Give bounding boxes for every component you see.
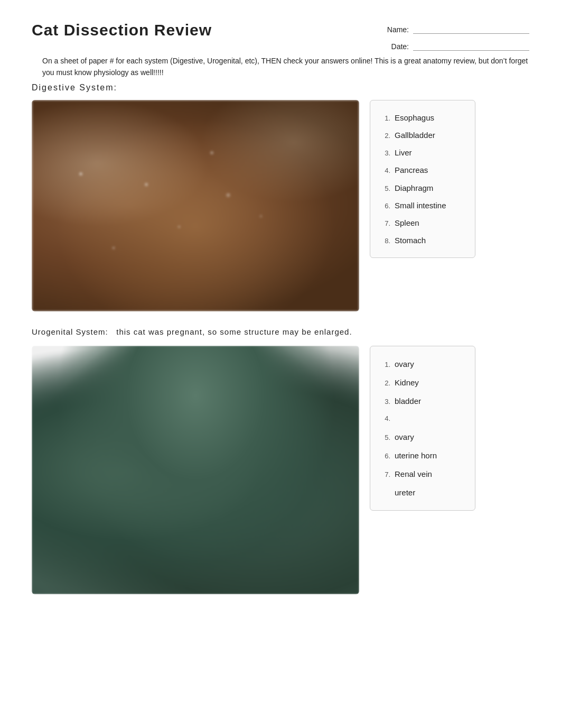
item-num: 3. [381,149,390,158]
urogenital-image [32,346,359,594]
item-num: 4. [381,414,390,423]
list-item: 1. ovary [381,355,464,373]
urogenital-img-placeholder [32,346,359,594]
date-line: Date: [32,42,529,51]
date-underline [413,42,529,51]
list-item: 7. Renal vein [381,465,464,483]
item-num: 5. [381,433,390,443]
list-item: 3. bladder [381,392,464,410]
item-num: 3. [381,397,390,407]
digestive-image [32,100,359,311]
instructions-text: On a sheet of paper # for each system (D… [42,55,529,79]
urogenital-title: Urogenital System: [32,327,108,336]
list-item: 4. [381,410,464,427]
item-num: 1. [381,114,390,123]
item-label: uterine horn [395,450,437,461]
name-underline [413,25,529,34]
item-num: 6. [381,451,390,461]
urogenital-note: Urogenital System: this cat was pregnant… [32,327,529,336]
item-label: Gallbladder [395,130,435,141]
name-label: Name: [387,25,409,34]
list-item: 4. Pancreas [381,161,464,179]
item-label: ovary [395,358,414,370]
date-label: Date: [391,42,409,51]
item-label: Pancreas [395,164,428,176]
list-item: 2. Kidney [381,373,464,392]
digestive-section: Digestive System: 1. Esophagus 2. Gallbl… [32,83,529,311]
urogenital-list-box: 1. ovary 2. Kidney 3. bladder 4. 5. o [370,346,475,511]
item-num: 5. [381,184,390,193]
item-num: 7. [381,219,390,228]
header: Cat Dissection Review Name: [32,21,529,39]
digestive-list-box: 1. Esophagus 2. Gallbladder 3. Liver 4. … [370,100,475,259]
item-num: 2. [381,379,390,388]
list-item: ureter [381,483,464,502]
item-label: Kidney [395,377,419,388]
item-num: 1. [381,360,390,370]
item-num: 4. [381,166,390,176]
item-label: Renal vein [395,468,432,480]
page-title: Cat Dissection Review [32,21,212,39]
item-num: 7. [381,470,390,480]
item-label: ureter [395,487,415,498]
item-label: Liver [395,147,412,158]
urogenital-note-text: this cat was pregnant, so some structure… [116,327,352,336]
name-line: Name: [387,25,529,34]
list-item: 5. ovary [381,428,464,446]
list-item: 5. Diaphragm [381,179,464,197]
list-item: 1. Esophagus [381,109,464,126]
item-label: Esophagus [395,112,434,123]
list-item: 3. Liver [381,144,464,161]
item-label: Diaphragm [395,182,433,193]
urogenital-section: Urogenital System: this cat was pregnant… [32,327,529,594]
list-item: 6. Small intestine [381,197,464,214]
item-label: bladder [395,395,421,407]
list-item: 7. Spleen [381,214,464,232]
digestive-list: 1. Esophagus 2. Gallbladder 3. Liver 4. … [381,109,464,250]
item-num: 2. [381,131,390,141]
item-num: 8. [381,236,390,246]
digestive-image-row: 1. Esophagus 2. Gallbladder 3. Liver 4. … [32,100,529,311]
item-label: Stomach [395,235,426,246]
digestive-title: Digestive System: [32,83,529,93]
item-label: ovary [395,431,414,443]
list-item: 6. uterine horn [381,446,464,465]
list-item: 8. Stomach [381,232,464,249]
urogenital-image-row: 1. ovary 2. Kidney 3. bladder 4. 5. o [32,346,529,594]
digestive-img-placeholder [32,100,359,311]
item-label: Small intestine [395,200,446,211]
item-label: Spleen [395,217,419,228]
item-num: 6. [381,201,390,211]
urogenital-list: 1. ovary 2. Kidney 3. bladder 4. 5. o [381,355,464,502]
list-item: 2. Gallbladder [381,126,464,144]
